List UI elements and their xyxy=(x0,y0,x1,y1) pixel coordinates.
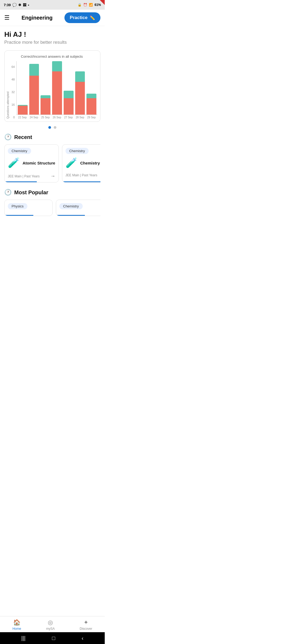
menu-button[interactable]: ☰ xyxy=(4,14,10,21)
bar-incorrect-1 xyxy=(29,76,39,115)
practice-label: Practice xyxy=(70,15,88,20)
bar-correct-1 xyxy=(29,64,39,76)
bar-group-2 xyxy=(41,61,50,115)
card-icon-0: 🧪 xyxy=(8,157,20,169)
header: ☰ Engineering Practice ✏️ xyxy=(0,10,105,26)
dot-indicator: • xyxy=(28,3,29,7)
recent-subject-0: Chemistry xyxy=(8,148,31,154)
popular-cards-row: Physics Chemistry xyxy=(4,200,100,216)
y-axis: 0 16 32 48 64 xyxy=(10,65,16,119)
y-label-64: 64 xyxy=(12,65,15,68)
msg-icon: 💬 xyxy=(12,3,17,7)
y-label-16: 16 xyxy=(12,103,15,106)
popular-section-header: 🕐 Most Popular xyxy=(4,189,100,196)
bar-incorrect-5 xyxy=(75,82,85,115)
bar-group-1 xyxy=(29,61,39,115)
popular-label: Most Popular xyxy=(14,189,48,196)
popular-card-2[interactable]: Chemistry xyxy=(56,200,100,216)
status-left: 7:39 💬 ❄ 🖼 • xyxy=(4,3,29,7)
card-icon-1: 🧪 xyxy=(66,157,78,169)
dot-2[interactable] xyxy=(54,126,56,129)
x-label-5: 28 Sep xyxy=(75,116,85,119)
pencil-icon: ✏️ xyxy=(90,15,95,20)
carousel-dots xyxy=(4,126,100,129)
clock-icon: 🕐 xyxy=(4,134,12,141)
recent-cards-row: Chemistry 🧪 Atomic Structure JEE Main | … xyxy=(4,144,100,182)
x-label-3: 26 Sep xyxy=(52,116,62,119)
bar-stack-0 xyxy=(18,105,28,115)
bar-stack-2 xyxy=(41,95,50,115)
x-label-2: 25 Sep xyxy=(41,116,50,119)
recent-card-0[interactable]: Chemistry 🧪 Atomic Structure JEE Main | … xyxy=(4,144,59,182)
card-source-1: JEE Main | Past Years xyxy=(66,173,97,177)
greeting-text: Hi AJ ! xyxy=(4,30,100,39)
y-label-48: 48 xyxy=(12,78,15,81)
bar-correct-2 xyxy=(41,95,50,98)
lock-icon: 🔒 xyxy=(78,3,82,7)
bar-correct-5 xyxy=(75,71,85,82)
bar-group-0 xyxy=(18,61,28,115)
bars-row xyxy=(16,61,97,115)
battery-display: 61% xyxy=(95,3,101,7)
bar-group-4 xyxy=(64,61,74,115)
wifi-icon: 📶 xyxy=(89,3,93,7)
practice-button[interactable]: Practice ✏️ xyxy=(64,12,100,23)
bar-incorrect-2 xyxy=(41,98,50,115)
bar-group-6 xyxy=(86,61,96,115)
chart-card: Correct/Incorrect answers in all subject… xyxy=(4,50,100,122)
card-body-1: 🧪 Chemistry collection for testing xyxy=(66,157,100,169)
image-icon: 🖼 xyxy=(23,3,26,7)
x-labels: 22 Sep24 Sep25 Sep26 Sep27 Sep28 Sep29 S… xyxy=(16,115,97,119)
main-content: Hi AJ ! Practice more for better results… xyxy=(0,26,105,254)
recent-card-1[interactable]: Chemistry 🧪 Chemistry collection for tes… xyxy=(62,144,100,182)
dot-1[interactable] xyxy=(48,126,51,129)
x-label-1: 24 Sep xyxy=(29,116,39,119)
y-label-0: 0 xyxy=(13,116,15,119)
recent-section-header: 🕐 Recent xyxy=(4,134,100,141)
bar-incorrect-3 xyxy=(52,71,62,115)
arrow-icon-0[interactable]: → xyxy=(50,173,55,179)
bar-correct-3 xyxy=(52,61,62,71)
card-title-0: Atomic Structure xyxy=(23,161,55,165)
card-source-0: JEE Main | Past Years xyxy=(8,174,40,178)
card-footer-1: JEE Main | Past Years xyxy=(66,173,100,177)
clock-icon-2: 🕐 xyxy=(4,189,12,196)
bar-stack-1 xyxy=(29,64,39,115)
y-axis-title: Questions attempted xyxy=(6,92,9,119)
card-title-1: Chemistry collection for testing xyxy=(80,161,100,165)
subtitle-text: Practice more for better results xyxy=(4,40,100,45)
fan-icon: ❄ xyxy=(18,3,21,7)
bar-group-3 xyxy=(52,61,62,115)
alarm-icon: ⏰ xyxy=(83,3,87,7)
bars-container: 22 Sep24 Sep25 Sep26 Sep27 Sep28 Sep29 S… xyxy=(16,61,97,119)
recent-label: Recent xyxy=(14,134,32,140)
popular-subject-2: Chemistry xyxy=(59,203,83,209)
bar-incorrect-6 xyxy=(86,98,96,115)
popular-subject-1: Physics xyxy=(8,203,27,209)
recent-subject-1: Chemistry xyxy=(66,148,89,154)
bar-stack-3 xyxy=(52,61,62,115)
x-label-6: 29 Sep xyxy=(86,116,96,119)
bar-incorrect-0 xyxy=(18,106,28,115)
bar-correct-6 xyxy=(86,94,96,98)
chart-title: Correct/Incorrect answers in all subject… xyxy=(6,54,97,58)
popular-card-1[interactable]: Physics xyxy=(4,200,53,216)
chart-area: Questions attempted 0 16 32 48 64 22 Sep… xyxy=(6,61,97,119)
status-right: 🔒 ⏰ 📶 61% xyxy=(78,3,101,7)
bar-incorrect-4 xyxy=(64,98,74,115)
time-display: 7:39 xyxy=(4,3,11,7)
bar-group-5 xyxy=(75,61,85,115)
y-label-32: 32 xyxy=(12,90,15,94)
card-body-0: 🧪 Atomic Structure xyxy=(8,157,55,169)
card-footer-0: JEE Main | Past Years → xyxy=(8,173,55,179)
status-bar: 7:39 💬 ❄ 🖼 • 🔒 ⏰ 📶 61% xyxy=(0,0,105,10)
bar-stack-4 xyxy=(64,91,74,115)
bar-correct-4 xyxy=(64,91,74,98)
bar-stack-6 xyxy=(86,94,96,115)
page-title: Engineering xyxy=(21,15,53,21)
x-label-4: 27 Sep xyxy=(63,116,73,119)
x-label-0: 22 Sep xyxy=(17,116,27,119)
bar-stack-5 xyxy=(75,71,85,115)
